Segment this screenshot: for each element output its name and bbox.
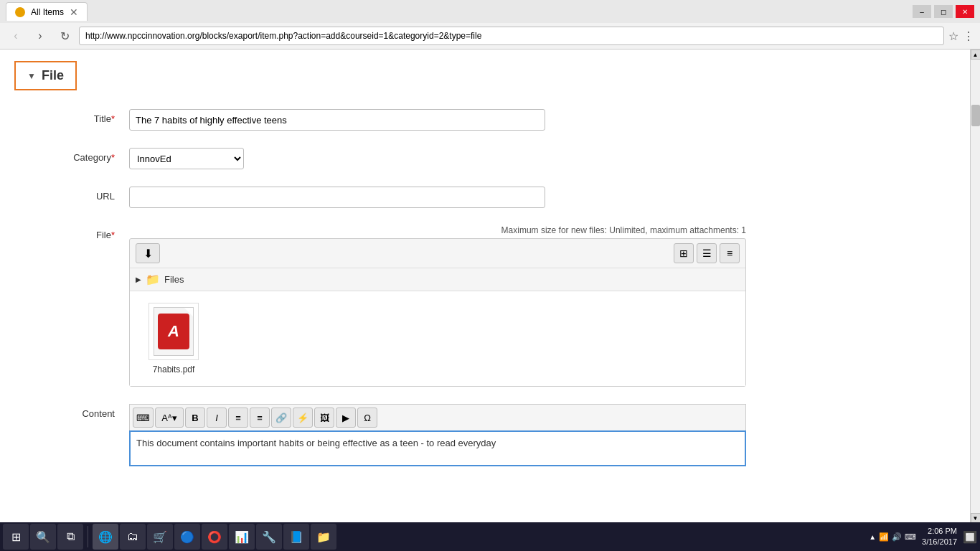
tray-volume-icon: 🔊 — [892, 532, 902, 534]
list-view-button[interactable]: ☰ — [697, 243, 717, 263]
browser-menu-button[interactable]: ⋮ — [963, 29, 974, 43]
unordered-list-button[interactable]: ≡ — [228, 408, 248, 428]
pdf-icon-inner: A — [154, 307, 194, 356]
clock-time: 2:06 PM — [922, 526, 957, 533]
title-input[interactable] — [129, 109, 545, 131]
title-bar: All Items ✕ – ◻ ✕ — [0, 0, 980, 23]
upload-button[interactable]: ⬇ — [136, 243, 160, 263]
start-button[interactable]: ⊞ — [3, 524, 29, 533]
char-button[interactable]: Ω — [357, 408, 377, 428]
title-row: Title* — [29, 109, 904, 131]
file-item[interactable]: A 7habits.pdf — [141, 303, 206, 375]
files-tree: ▶ 📁 Files — [130, 268, 745, 291]
collapse-arrow-icon: ▼ — [27, 71, 36, 81]
title-required-star: * — [111, 113, 115, 124]
acrobat-symbol: A — [168, 322, 179, 341]
forward-button[interactable]: › — [30, 26, 50, 46]
media-button[interactable]: ▶ — [336, 408, 356, 428]
files-tree-label: Files — [164, 274, 184, 285]
content-text: This document contains important habits … — [136, 438, 496, 448]
folder-icon: 📁 — [146, 273, 160, 286]
file-upload-section: Maximum size for new files: Unlimited, m… — [129, 225, 746, 387]
browser-chrome: All Items ✕ – ◻ ✕ ‹ › ↻ ☆ ⋮ — [0, 0, 980, 50]
category-required-star: * — [111, 152, 115, 163]
bold-button[interactable]: B — [185, 408, 205, 428]
scroll-down-button[interactable]: ▼ — [971, 513, 981, 523]
files-tree-item[interactable]: ▶ 📁 Files — [136, 273, 740, 286]
file-row: File* Maximum size for new files: Unlimi… — [29, 225, 904, 387]
taskbar: ⊞ 🔍 ⧉ 🌐 🗂 🛒 🔵 ⭕ 📊 🔧 📘 📁 ▲ 📶 🔊 ⌨ 2:06 PM … — [0, 522, 980, 533]
url-row: URL — [29, 187, 904, 208]
form-area: Title* Category* InnovEd URL File* — [0, 102, 933, 498]
category-select[interactable]: InnovEd — [129, 148, 244, 169]
address-bar: ‹ › ↻ ☆ ⋮ — [0, 23, 980, 49]
detail-view-button[interactable]: ≡ — [720, 243, 740, 263]
task-view-button[interactable]: ⧉ — [57, 524, 83, 533]
bookmark-button[interactable]: ☆ — [948, 29, 958, 43]
unlink-button[interactable]: ⚡ — [293, 408, 313, 428]
ordered-list-button[interactable]: ≡ — [250, 408, 270, 428]
url-label: URL — [29, 187, 115, 202]
taskbar-excel-button[interactable]: 📊 — [229, 524, 255, 533]
file-grid: A 7habits.pdf — [130, 291, 745, 386]
system-tray: ▲ 📶 🔊 ⌨ — [869, 532, 916, 534]
scroll-thumb[interactable] — [971, 105, 980, 126]
browser-tab[interactable]: All Items ✕ — [6, 2, 88, 21]
taskbar-browser-button[interactable]: 🌐 — [93, 524, 118, 533]
close-button[interactable]: ✕ — [956, 5, 974, 18]
italic-button[interactable]: I — [207, 408, 227, 428]
taskbar-word-button[interactable]: 📘 — [283, 524, 309, 533]
taskbar-ie-button[interactable]: ⭕ — [202, 524, 227, 533]
tree-expand-icon: ▶ — [136, 276, 141, 283]
right-scrollbar[interactable]: ▲ ▼ — [970, 50, 980, 523]
scroll-track — [971, 60, 980, 513]
keyboard-button[interactable]: ⌨ — [133, 408, 154, 428]
tray-network-icon: 📶 — [879, 532, 889, 534]
back-button[interactable]: ‹ — [6, 26, 26, 46]
taskbar-tool-button[interactable]: 🔧 — [256, 524, 282, 533]
file-picker: ⬇ ⊞ ☰ ≡ ▶ 📁 Files — [129, 238, 746, 387]
category-row: Category* InnovEd — [29, 148, 904, 169]
page-content: ▼ File Title* Category* InnovEd URL — [0, 50, 980, 523]
minimize-button[interactable]: – — [913, 5, 931, 18]
tray-show-icon[interactable]: ▲ — [869, 533, 876, 534]
section-title: File — [42, 68, 64, 83]
url-input[interactable] — [129, 187, 545, 208]
link-button[interactable]: 🔗 — [271, 408, 291, 428]
file-filename: 7habits.pdf — [153, 364, 195, 375]
file-label: File* — [29, 225, 115, 240]
taskbar-files-button[interactable]: 📁 — [311, 524, 336, 533]
window-controls: – ◻ ✕ — [913, 5, 974, 18]
tab-label: All Items — [31, 7, 64, 17]
file-required-star: * — [111, 230, 115, 240]
tab-favicon — [15, 7, 25, 17]
url-input[interactable] — [79, 27, 944, 45]
category-label: Category* — [29, 148, 115, 163]
title-label: Title* — [29, 109, 115, 124]
restore-button[interactable]: ◻ — [934, 5, 953, 18]
tab-close-button[interactable]: ✕ — [70, 6, 78, 18]
taskbar-clock[interactable]: 2:06 PM 3/16/2017 — [922, 526, 957, 533]
file-picker-toolbar: ⬇ ⊞ ☰ ≡ — [130, 239, 745, 268]
search-button[interactable]: 🔍 — [30, 524, 56, 533]
content-editor[interactable]: This document contains important habits … — [129, 430, 746, 466]
font-size-button[interactable]: Aᴬ▾ — [155, 408, 184, 428]
image-button[interactable]: 🖼 — [314, 408, 334, 428]
file-section-header[interactable]: ▼ File — [14, 61, 77, 90]
taskbar-store-button[interactable]: 🛒 — [147, 524, 173, 533]
content-row: Content ⌨ Aᴬ▾ B I ≡ ≡ 🔗 ⚡ 🖼 ▶ Ω — [29, 404, 904, 466]
tray-keyboard-icon: ⌨ — [905, 532, 916, 534]
pdf-red-background: A — [158, 314, 189, 349]
taskbar-explorer-button[interactable]: 🗂 — [120, 524, 146, 533]
taskbar-separator — [88, 526, 88, 533]
content-label: Content — [29, 404, 115, 419]
notification-button[interactable]: 🔲 — [963, 530, 977, 534]
scroll-up-button[interactable]: ▲ — [971, 50, 981, 60]
font-size-label: Aᴬ — [161, 413, 172, 423]
view-buttons: ⊞ ☰ ≡ — [674, 243, 740, 263]
content-editor-section: ⌨ Aᴬ▾ B I ≡ ≡ 🔗 ⚡ 🖼 ▶ Ω This document co… — [129, 404, 746, 466]
reload-button[interactable]: ↻ — [55, 26, 75, 46]
taskbar-edge-button[interactable]: 🔵 — [174, 524, 200, 533]
grid-view-button[interactable]: ⊞ — [674, 243, 694, 263]
pdf-icon: A — [149, 303, 199, 360]
